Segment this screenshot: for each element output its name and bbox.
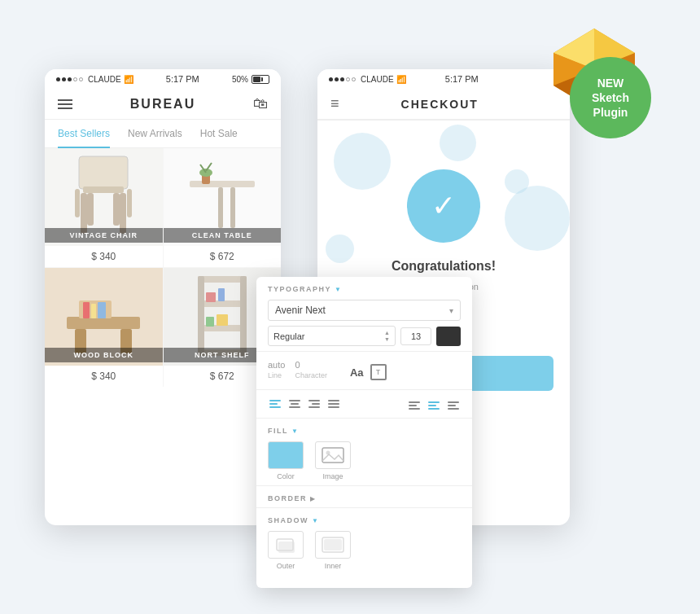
align-right-icon[interactable]: [307, 398, 322, 410]
product-price-vintage-chair: $ 340: [45, 246, 163, 267]
vert-align-bottom-icon[interactable]: [446, 400, 461, 411]
border-section: BORDER ▶: [256, 486, 472, 508]
aa-button[interactable]: Aa: [350, 366, 364, 379]
font-selector[interactable]: Avenir Next ▾: [268, 300, 461, 321]
svg-rect-42: [278, 542, 295, 553]
svg-rect-8: [83, 186, 124, 193]
svg-rect-27: [91, 304, 96, 318]
bubble-lg: [334, 133, 391, 190]
dot4: [73, 77, 77, 81]
svg-rect-22: [67, 317, 140, 329]
svg-rect-14: [127, 189, 132, 217]
shadow-outer-label: Outer: [277, 562, 295, 570]
hamburger-icon[interactable]: [58, 99, 72, 109]
product-label-wood-block: WOOD BLOCK: [45, 348, 163, 362]
svg-rect-16: [218, 187, 223, 228]
time-left: 5:17 PM: [166, 74, 199, 84]
svg-rect-12: [113, 193, 120, 226]
aa-row: Aa T: [350, 364, 387, 380]
svg-rect-44: [324, 539, 342, 550]
order-heading: Congratulations!: [392, 259, 496, 274]
sketch-plugin-badge[interactable]: NEW Sketch Plugin: [570, 57, 651, 138]
svg-rect-34: [240, 276, 247, 356]
battery-icon-left: [252, 75, 269, 84]
typography-panel: TYPOGRAPHY ▼ Avenir Next ▾ Regular ▲ ▼ 1…: [256, 277, 472, 588]
line-label: Line: [268, 371, 282, 379]
svg-rect-29: [198, 276, 247, 283]
typography-section: TYPOGRAPHY ▼ Avenir Next ▾ Regular ▲ ▼ 1…: [256, 277, 472, 352]
border-title: BORDER: [268, 494, 307, 502]
fill-color-option[interactable]: Color: [268, 441, 304, 480]
transform-icon[interactable]: T: [370, 364, 387, 380]
battery-tip: [261, 77, 263, 81]
shadow-options-row: Outer Inner: [268, 531, 461, 570]
fill-section: FILL ▼ Color Image: [256, 419, 472, 486]
align-center-icon[interactable]: [287, 398, 302, 410]
check-circle: ✓: [407, 169, 480, 243]
left-phone: CLAUDE 📶 5:17 PM 50% BUREAU 🛍 Best Selle…: [45, 69, 281, 525]
fill-image-swatch: [315, 441, 351, 469]
rdot2: [335, 77, 339, 81]
font-name: Avenir Next: [275, 305, 326, 316]
rdot4: [346, 77, 350, 81]
product-clean-table[interactable]: CLEAN TABLE $ 672: [164, 148, 282, 267]
align-justify-icon[interactable]: [326, 398, 341, 410]
dot3: [68, 77, 72, 81]
char-value: 0: [295, 360, 300, 370]
cart-icon[interactable]: 🛍: [253, 95, 268, 112]
tab-hot-sale[interactable]: Hot Sale: [200, 120, 238, 147]
char-spacing: 0 Character: [295, 360, 327, 379]
shadow-outer-option[interactable]: Outer: [268, 531, 304, 570]
rdot3: [340, 77, 344, 81]
product-label-clean-table: CLEAN TABLE: [164, 228, 282, 243]
sketch-badge: NEW Sketch Plugin: [537, 24, 651, 138]
tab-new-arrivals[interactable]: New Arrivals: [128, 120, 182, 147]
wifi-icon-right: 📶: [396, 75, 406, 84]
border-header[interactable]: BORDER ▶: [268, 494, 461, 502]
svg-rect-15: [190, 181, 255, 187]
shadow-inner-label: Inner: [325, 562, 342, 570]
fill-image-option[interactable]: Image: [315, 441, 351, 480]
battery-pct-left: 50%: [232, 75, 248, 84]
status-bar-left: CLAUDE 📶 5:17 PM 50%: [45, 69, 281, 89]
svg-rect-35: [206, 292, 216, 302]
color-swatch[interactable]: [436, 327, 461, 346]
menu-icon-right[interactable]: ≡: [330, 95, 339, 112]
style-stepper-icon: ▲ ▼: [384, 330, 390, 342]
svg-rect-7: [79, 156, 128, 189]
alignment-row-container: [268, 398, 461, 413]
rdot1: [329, 77, 333, 81]
svg-rect-26: [83, 302, 90, 318]
fill-color-swatch: [268, 441, 304, 469]
text-align-row: [268, 398, 341, 410]
tab-best-sellers[interactable]: Best Sellers: [58, 120, 110, 147]
vert-align-middle-icon[interactable]: [427, 400, 441, 411]
spacing-row: auto Line 0 Character: [268, 360, 327, 379]
battery-fill: [253, 77, 260, 82]
status-left-right: CLAUDE 📶: [329, 75, 406, 84]
svg-rect-33: [198, 276, 204, 356]
char-label: Character: [295, 371, 327, 379]
hamburger-line3: [58, 107, 72, 109]
checkmark-icon: ✓: [431, 189, 456, 223]
product-price-wood-block: $ 340: [45, 366, 163, 387]
align-left-icon[interactable]: [268, 398, 282, 410]
status-right-left: 50%: [232, 75, 269, 84]
product-wood-block[interactable]: WOOD BLOCK $ 340: [45, 268, 163, 387]
border-expand-icon: ▶: [310, 495, 315, 502]
carrier-right: CLAUDE: [361, 75, 394, 84]
shadow-inner-swatch: [315, 531, 351, 559]
nav-title-right: CHECKOUT: [339, 98, 540, 111]
product-vintage-chair[interactable]: VINTAGE CHAIR $ 340: [45, 148, 163, 267]
bubble-xl: [505, 186, 570, 251]
font-size-input[interactable]: 13: [400, 327, 431, 345]
style-select[interactable]: Regular ▲ ▼: [268, 326, 396, 346]
vert-align-top-icon[interactable]: [407, 400, 422, 411]
fill-arrow-icon: ▼: [291, 428, 299, 435]
svg-rect-13: [75, 189, 80, 217]
svg-rect-17: [230, 187, 235, 228]
spacing-align-grid: auto Line 0 Character Aa T: [268, 360, 461, 384]
bubble-sm: [505, 169, 529, 194]
typography-arrow-icon: ▼: [335, 286, 342, 293]
shadow-inner-option[interactable]: Inner: [315, 531, 351, 570]
